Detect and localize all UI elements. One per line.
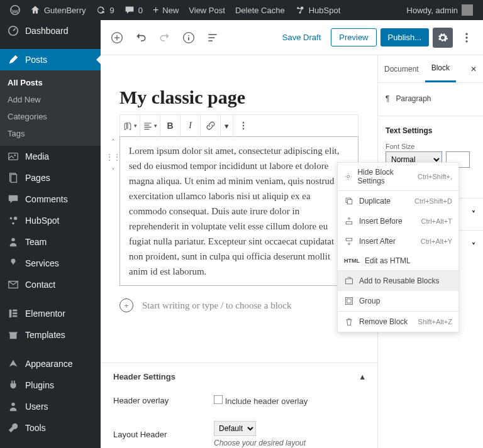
- wp-logo[interactable]: [5, 5, 25, 15]
- menu-hide-settings[interactable]: Hide Block SettingsCtrl+Shift+,: [338, 163, 458, 190]
- tab-block[interactable]: Block: [425, 55, 456, 82]
- admin-bar: GutenBerry 9 0 +New View Post Delete Cac…: [0, 0, 483, 20]
- submenu-posts: All Posts Add New Categories Tags: [0, 70, 101, 146]
- svg-point-11: [12, 222, 14, 225]
- overlay-checkbox[interactable]: [214, 395, 223, 404]
- svg-rect-35: [345, 297, 352, 304]
- svg-point-24: [465, 36, 467, 38]
- font-size-label: Font Size: [386, 143, 475, 150]
- outline-button[interactable]: [203, 28, 223, 48]
- svg-point-25: [465, 40, 467, 42]
- svg-point-23: [465, 33, 467, 35]
- drag-handle[interactable]: ⋮⋮: [106, 151, 121, 163]
- overlay-label: Header overlay: [113, 396, 214, 405]
- layout-hint: Choose your desired layout: [214, 439, 306, 447]
- menu-media[interactable]: Media: [0, 146, 101, 167]
- svg-rect-36: [347, 299, 351, 303]
- editor-toolbar: Save Draft Preview Publish...: [101, 20, 483, 55]
- menu-hubspot[interactable]: HubSpot: [0, 210, 101, 231]
- submenu-add-new[interactable]: Add New: [0, 91, 101, 108]
- link-button[interactable]: [201, 115, 221, 136]
- submenu-categories[interactable]: Categories: [0, 108, 101, 125]
- svg-point-10: [14, 217, 17, 220]
- italic-button[interactable]: I: [180, 115, 201, 136]
- submenu-tags[interactable]: Tags: [0, 125, 101, 142]
- block-mover: ˄ ⋮⋮ ˅: [108, 137, 119, 178]
- block-name-label: Paragraph: [396, 94, 431, 103]
- undo-button[interactable]: [131, 28, 151, 48]
- publish-button[interactable]: Publish...: [380, 28, 429, 46]
- metabox-title: Header Settings: [113, 372, 175, 381]
- menu-edit-html[interactable]: HTMLEdit as HTML: [338, 251, 458, 270]
- close-settings-button[interactable]: ✕: [464, 65, 483, 74]
- paragraph-block[interactable]: ˄ ⋮⋮ ˅ Lorem ipsum dolor sit amet, conse…: [119, 136, 358, 286]
- panel-text-settings: Text Settings: [386, 120, 475, 139]
- menu-templates[interactable]: Templates: [0, 324, 101, 346]
- post-title[interactable]: My classic page: [119, 87, 358, 108]
- plus-icon[interactable]: +: [119, 298, 133, 312]
- bold-button[interactable]: B: [160, 115, 180, 136]
- svg-point-28: [243, 128, 244, 129]
- save-draft-button[interactable]: Save Draft: [276, 29, 327, 46]
- block-more-button[interactable]: [233, 115, 253, 136]
- add-block-button[interactable]: [107, 28, 127, 48]
- menu-services[interactable]: Services: [0, 253, 101, 274]
- menu-add-reusable[interactable]: Add to Reusable Blocks: [338, 271, 458, 291]
- svg-rect-17: [13, 315, 17, 317]
- menu-remove-block[interactable]: Remove BlockShift+Alt+Z: [338, 312, 458, 332]
- redo-button[interactable]: [155, 28, 175, 48]
- svg-rect-31: [348, 200, 352, 204]
- svg-point-26: [243, 122, 244, 123]
- svg-rect-16: [13, 312, 17, 314]
- menu-appearance[interactable]: Appearance: [0, 353, 101, 374]
- menu-plugins[interactable]: Plugins: [0, 374, 101, 396]
- more-rich-button[interactable]: ▾: [221, 115, 233, 136]
- new-content[interactable]: +New: [148, 4, 184, 16]
- avatar: [462, 4, 473, 16]
- svg-rect-8: [11, 175, 16, 183]
- preview-button[interactable]: Preview: [331, 28, 376, 46]
- view-post[interactable]: View Post: [184, 6, 230, 15]
- more-menu-button[interactable]: [457, 28, 477, 48]
- admin-sidebar: Dashboard Posts All Posts Add New Catego…: [0, 20, 101, 448]
- menu-tools[interactable]: Tools: [0, 417, 101, 439]
- svg-point-18: [11, 403, 14, 406]
- move-up-button[interactable]: ˄: [111, 137, 115, 149]
- info-button[interactable]: [179, 28, 199, 48]
- block-type-button[interactable]: [120, 115, 140, 136]
- svg-point-27: [243, 125, 244, 126]
- block-appender[interactable]: + Start writing or type / to choose a bl…: [119, 298, 358, 312]
- layout-label: Layout Header: [113, 430, 214, 439]
- settings-toggle-button[interactable]: [433, 28, 453, 48]
- menu-pages[interactable]: Pages: [0, 167, 101, 188]
- menu-group[interactable]: Group: [338, 291, 458, 311]
- menu-team[interactable]: Team: [0, 231, 101, 253]
- submenu-all-posts[interactable]: All Posts: [0, 74, 101, 91]
- my-account[interactable]: Howdy, admin: [402, 4, 478, 16]
- menu-users[interactable]: Users: [0, 396, 101, 417]
- block-toolbar: B I ▾: [119, 114, 358, 137]
- svg-point-29: [347, 175, 350, 178]
- menu-insert-before[interactable]: Insert BeforeCtrl+Alt+T: [338, 211, 458, 231]
- menu-duplicate[interactable]: DuplicateCtrl+Shift+D: [338, 191, 458, 211]
- menu-elementor[interactable]: Elementor: [0, 303, 101, 324]
- menu-contact[interactable]: Contact: [0, 274, 101, 295]
- menu-comments[interactable]: Comments: [0, 188, 101, 210]
- hubspot-link[interactable]: HubSpot: [290, 5, 346, 15]
- chevron-down-icon: ˅: [472, 242, 475, 251]
- site-home[interactable]: GutenBerry: [25, 5, 91, 15]
- metabox-toggle[interactable]: ▴: [360, 372, 365, 381]
- svg-rect-14: [9, 310, 12, 318]
- menu-dashboard[interactable]: Dashboard: [0, 20, 101, 41]
- menu-insert-after[interactable]: Insert AfterCtrl+Alt+Y: [338, 231, 458, 251]
- align-button[interactable]: [140, 115, 160, 136]
- menu-posts[interactable]: Posts: [0, 49, 101, 70]
- move-down-button[interactable]: ˅: [111, 166, 115, 178]
- delete-cache[interactable]: Delete Cache: [230, 6, 290, 15]
- layout-select[interactable]: Default: [214, 421, 256, 436]
- updates[interactable]: 9: [91, 5, 119, 15]
- tab-document[interactable]: Document: [378, 55, 425, 82]
- comments-count[interactable]: 0: [119, 5, 148, 15]
- editor-canvas: My classic page B I ▾ ˄ ⋮⋮: [101, 55, 377, 448]
- svg-point-12: [11, 238, 14, 241]
